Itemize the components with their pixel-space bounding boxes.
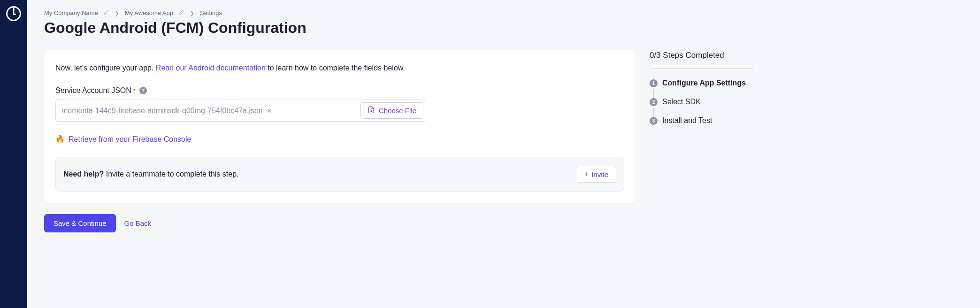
- fire-icon: 🔥: [55, 135, 65, 144]
- steps-header: 0/3 Steps Completed: [650, 51, 753, 60]
- step-number-icon: 1: [650, 79, 658, 87]
- chevron-right-icon: ❯: [115, 10, 119, 16]
- file-input: momenta-144c9-firebase-adminsdk-q00mg-75…: [55, 100, 426, 122]
- help-box: Need help? Invite a teammate to complete…: [55, 157, 624, 192]
- breadcrumb: My Company Name ❯ My Awesome App ❯ Setti…: [44, 9, 635, 16]
- page-title: Google Android (FCM) Configuration: [44, 19, 635, 37]
- intro-suffix: to learn how to complete the fields belo…: [266, 64, 405, 72]
- config-card: Now, let's configure your app. Read our …: [44, 50, 635, 203]
- step-number-icon: 2: [650, 98, 658, 106]
- firebase-console-link[interactable]: Retrieve from your Firebase Console: [69, 135, 191, 144]
- intro-prefix: Now, let's configure your app.: [55, 64, 156, 72]
- breadcrumb-company[interactable]: My Company Name: [44, 9, 98, 16]
- choose-file-label: Choose File: [379, 107, 416, 115]
- breadcrumb-settings: Settings: [200, 9, 222, 16]
- go-back-button[interactable]: Go Back: [124, 219, 152, 227]
- help-suffix: Invite a teammate to complete this step.: [104, 170, 238, 178]
- question-icon[interactable]: ?: [139, 87, 147, 94]
- app-sidebar: [0, 0, 27, 308]
- field-label: Service Account JSON * ?: [55, 86, 624, 95]
- svg-rect-1: [13, 14, 16, 15]
- progress-bar: [650, 65, 753, 69]
- step-label: Configure App Settings: [662, 79, 746, 87]
- choose-file-button[interactable]: Choose File: [360, 102, 423, 119]
- upload-icon: [368, 106, 375, 115]
- docs-link[interactable]: Read our Android documentation: [156, 64, 266, 72]
- close-icon[interactable]: ✕: [267, 107, 272, 115]
- step-label: Install and Test: [662, 116, 712, 125]
- onesignal-logo-icon[interactable]: [6, 6, 22, 22]
- help-strong: Need help?: [63, 170, 104, 178]
- step-select-sdk[interactable]: 2 Select SDK: [650, 98, 753, 106]
- step-label: Select SDK: [662, 98, 701, 106]
- save-button[interactable]: Save & Continue: [44, 214, 116, 232]
- step-configure[interactable]: 1 Configure App Settings: [650, 79, 753, 87]
- invite-button[interactable]: + Invite: [576, 166, 616, 183]
- invite-label: Invite: [591, 170, 608, 178]
- step-install-test[interactable]: 3 Install and Test: [650, 116, 753, 125]
- chevron-right-icon: ❯: [190, 10, 194, 16]
- file-name-text: momenta-144c9-firebase-adminsdk-q00mg-75…: [61, 107, 263, 115]
- required-asterisk: *: [133, 87, 136, 94]
- field-label-text: Service Account JSON: [55, 86, 131, 95]
- steps-panel: 0/3 Steps Completed 1 Configure App Sett…: [650, 9, 753, 299]
- retrieve-row: 🔥 Retrieve from your Firebase Console: [55, 135, 624, 144]
- pencil-icon[interactable]: [104, 10, 109, 16]
- pencil-icon[interactable]: [179, 10, 184, 16]
- action-buttons: Save & Continue Go Back: [44, 214, 635, 232]
- file-name-display: momenta-144c9-firebase-adminsdk-q00mg-75…: [61, 107, 360, 115]
- breadcrumb-app[interactable]: My Awesome App: [125, 9, 173, 16]
- plus-icon: +: [584, 170, 589, 178]
- help-text: Need help? Invite a teammate to complete…: [63, 170, 238, 178]
- step-number-icon: 3: [650, 117, 658, 125]
- intro-text: Now, let's configure your app. Read our …: [55, 64, 624, 72]
